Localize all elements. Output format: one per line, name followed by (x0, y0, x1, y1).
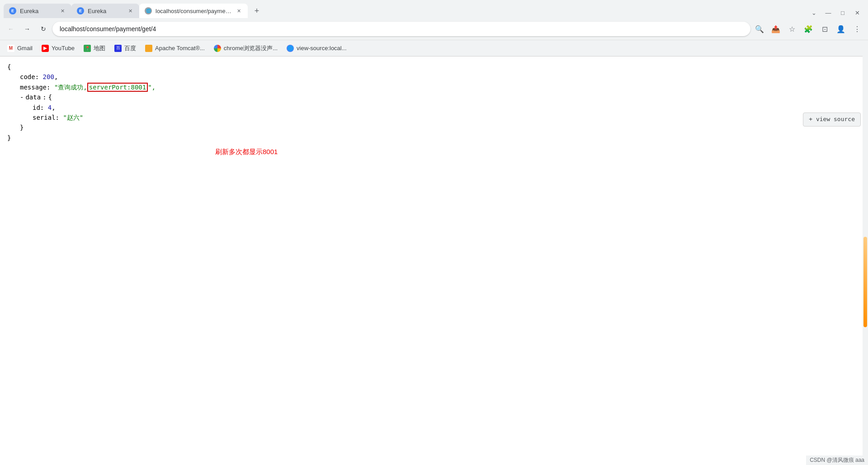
content-area: + view source { code: 200, message: "查询成… (0, 56, 868, 465)
tab-close-2[interactable]: ✕ (127, 7, 134, 14)
address-input[interactable] (52, 22, 750, 36)
baidu-icon: 百 (114, 45, 122, 52)
extensions-icon[interactable]: 🧩 (801, 22, 816, 36)
json-id-value: 4 (48, 104, 52, 111)
bookmark-tomcat-label: Apache Tomcat®... (155, 45, 205, 52)
youtube-play-icon (43, 47, 47, 50)
scrollbar-thumb[interactable] (863, 237, 867, 327)
tab-close-1[interactable]: ✕ (59, 7, 66, 14)
toolbar-icons: 🔍 📤 ☆ 🧩 ⊡ 👤 ⋮ (752, 22, 864, 36)
annotation-line: 刷新多次都显示8001 (7, 146, 861, 157)
json-id-line: id: 4, (33, 103, 861, 113)
json-root-close: } (7, 133, 861, 143)
bookmark-youtube[interactable]: YouTube (38, 43, 78, 54)
window-controls: ⌄ — □ ✕ (807, 7, 868, 18)
status-bar: CSDN @清风微痕 aaa (806, 456, 868, 465)
bookmark-maps[interactable]: 📍 地图 (80, 42, 109, 54)
json-serial-value: "赵六" (63, 114, 83, 121)
status-bar-text: CSDN @清风微痕 aaa (810, 457, 864, 463)
gmail-icon: M (7, 45, 14, 52)
tab-close-3[interactable]: ✕ (235, 7, 242, 14)
eureka-favicon-1: E (9, 7, 16, 14)
search-icon[interactable]: 🔍 (752, 22, 767, 36)
bookmark-chrome-label: chrome浏览器没声... (224, 44, 278, 52)
tab-title-2: Eureka (88, 8, 123, 14)
annotation-text: 刷新多次都显示8001 (215, 148, 278, 155)
tab-title-1: Eureka (20, 8, 55, 14)
new-tab-button[interactable]: + (250, 4, 264, 18)
scrollbar-track[interactable] (863, 56, 868, 465)
collapse-tabs-button[interactable]: ⌄ (807, 7, 821, 18)
json-minus-toggle[interactable]: - (20, 92, 24, 102)
bookmark-baidu-label: 百度 (124, 44, 136, 52)
eureka-favicon-2: E (77, 7, 84, 14)
bookmark-tomcat[interactable]: Apache Tomcat®... (142, 43, 208, 54)
world-icon: 🌐 (287, 45, 294, 52)
json-root-open: { (7, 62, 861, 72)
tab-bar: E Eureka ✕ E Eureka ✕ 🌐 localhost/consum… (0, 0, 868, 18)
json-serial-line: serial: "赵六" (33, 113, 861, 122)
bookmark-gmail-label: Gmail (17, 45, 33, 52)
close-button[interactable]: ✕ (850, 7, 864, 18)
bookmark-baidu[interactable]: 百 百度 (111, 42, 140, 54)
view-source-button[interactable]: + view source (803, 113, 861, 127)
bookmark-maps-label: 地图 (94, 44, 105, 52)
json-code-value: 200 (43, 73, 54, 80)
bookmarks-bar: M Gmail YouTube 📍 地图 百 百度 Apache Tomcat®… (0, 40, 868, 56)
minimize-button[interactable]: — (821, 7, 835, 18)
json-message-line: message: "查询成功,serverPort:8001", (20, 82, 861, 92)
bookmark-youtube-label: YouTube (52, 45, 75, 52)
bookmark-chrome[interactable]: chrome浏览器没声... (210, 42, 281, 54)
bookmark-view-source[interactable]: 🌐 view-source:local... (283, 43, 350, 54)
browser-chrome: E Eureka ✕ E Eureka ✕ 🌐 localhost/consum… (0, 0, 868, 56)
json-message-highlighted: serverPort:8001 (87, 83, 148, 92)
bookmark-view-source-label: view-source:local... (297, 45, 347, 52)
maximize-button[interactable]: □ (835, 7, 850, 18)
forward-button[interactable]: → (20, 22, 34, 36)
bookmark-gmail[interactable]: M Gmail (4, 43, 36, 54)
tab-eureka-1[interactable]: E Eureka ✕ (4, 4, 71, 18)
chrome-icon (214, 45, 221, 52)
tabs-group: E Eureka ✕ E Eureka ✕ 🌐 localhost/consum… (4, 4, 264, 18)
json-data-line: - data: { (20, 92, 861, 102)
json-code-line: code: 200, (20, 72, 861, 82)
tomcat-icon (145, 45, 152, 52)
cast-icon[interactable]: 📤 (769, 22, 783, 36)
bookmark-icon[interactable]: ☆ (785, 22, 799, 36)
back-button[interactable]: ← (4, 22, 18, 36)
reload-button[interactable]: ↻ (36, 22, 51, 36)
menu-icon[interactable]: ⋮ (850, 22, 864, 36)
maps-icon: 📍 (84, 45, 91, 52)
split-view-icon[interactable]: ⊡ (817, 22, 832, 36)
tab-title-3: localhost/consumer/payment/ (156, 8, 231, 14)
json-message-suffix: ", (148, 84, 156, 91)
tab-localhost[interactable]: 🌐 localhost/consumer/payment/ ✕ (139, 4, 248, 18)
local-favicon: 🌐 (145, 7, 152, 14)
json-message-prefix: "查询成功, (54, 84, 87, 91)
youtube-icon (42, 45, 49, 52)
profile-icon[interactable]: 👤 (834, 22, 848, 36)
json-data-close: } (20, 122, 861, 132)
tab-eureka-2[interactable]: E Eureka ✕ (71, 4, 139, 18)
address-bar-row: ← → ↻ 🔍 📤 ☆ 🧩 ⊡ 👤 ⋮ (0, 18, 868, 40)
